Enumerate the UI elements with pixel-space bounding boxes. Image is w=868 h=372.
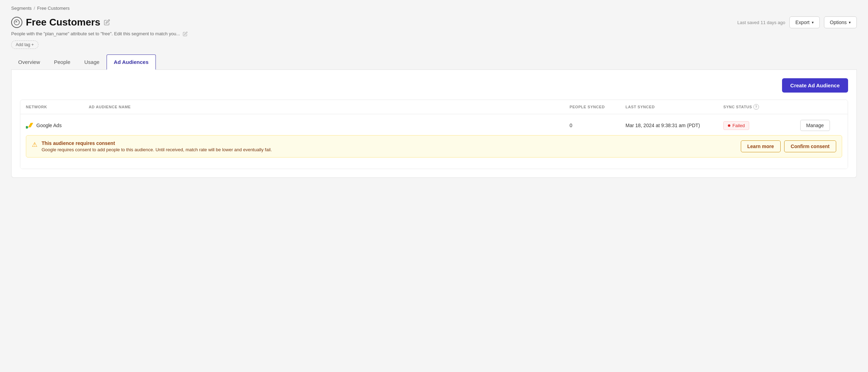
consent-banner: ⚠ This audience requires consent Google …	[26, 135, 842, 158]
col-last-synced: LAST SYNCED	[625, 104, 723, 110]
col-ad-audience-name: AD AUDIENCE NAME	[89, 104, 570, 110]
learn-more-button[interactable]: Learn more	[741, 140, 781, 152]
col-sync-status: SYNC STATUS ?	[723, 104, 800, 110]
col-people-synced: PEOPLE SYNCED	[570, 104, 625, 110]
edit-icon[interactable]	[104, 19, 110, 25]
options-button[interactable]: Options ▾	[824, 16, 857, 28]
breadcrumb-separator: /	[34, 6, 35, 11]
header-right: Last saved 11 days ago Export ▾ Options …	[737, 16, 857, 28]
confirm-consent-button[interactable]: Confirm consent	[784, 140, 836, 152]
ad-audiences-table: NETWORK AD AUDIENCE NAME PEOPLE SYNCED L…	[20, 100, 848, 169]
network-name: Google Ads	[36, 123, 62, 128]
cell-network: Google Ads	[26, 122, 89, 129]
consent-banner-inner: This audience requires consent Google re…	[42, 140, 836, 152]
page-header: Free Customers Last saved 11 days ago Ex…	[11, 16, 857, 28]
svg-point-1	[26, 126, 28, 129]
options-chevron-icon: ▾	[849, 20, 851, 25]
tab-ad-audiences[interactable]: Ad Audiences	[107, 54, 156, 70]
sync-status-help-icon[interactable]: ?	[753, 104, 759, 110]
google-ads-icon	[26, 122, 34, 129]
header-left: Free Customers	[11, 17, 110, 28]
export-chevron-icon: ▾	[812, 20, 814, 25]
tab-people[interactable]: People	[47, 54, 78, 70]
segment-icon	[11, 17, 22, 28]
breadcrumb-current: Free Customers	[37, 6, 70, 11]
tab-overview[interactable]: Overview	[11, 54, 47, 70]
row-google-ads: Google Ads 0 Mar 18, 2024 at 9:38:31 am …	[20, 114, 848, 131]
consent-description: Google requires consent to add people to…	[42, 147, 741, 152]
tab-usage[interactable]: Usage	[77, 54, 106, 70]
table-header: NETWORK AD AUDIENCE NAME PEOPLE SYNCED L…	[20, 100, 848, 114]
manage-button[interactable]: Manage	[800, 120, 830, 131]
breadcrumb-parent[interactable]: Segments	[11, 6, 32, 11]
consent-title: This audience requires consent	[42, 140, 741, 146]
cell-action: Manage	[800, 120, 842, 131]
col-network: NETWORK	[26, 104, 89, 110]
cell-people-synced: 0	[570, 123, 625, 128]
create-btn-row: Create Ad Audience	[20, 78, 848, 93]
tabs: Overview People Usage Ad Audiences	[11, 54, 857, 70]
warning-icon: ⚠	[32, 141, 37, 148]
export-button[interactable]: Export ▾	[789, 16, 819, 28]
col-action	[800, 104, 842, 110]
status-dot	[728, 124, 730, 127]
cell-sync-status: Failed	[723, 121, 800, 130]
last-saved: Last saved 11 days ago	[737, 20, 785, 25]
content-area: Create Ad Audience NETWORK AD AUDIENCE N…	[11, 70, 857, 178]
description-edit-icon[interactable]	[183, 31, 188, 36]
consent-actions: Learn more Confirm consent	[741, 140, 836, 152]
status-badge: Failed	[723, 121, 749, 130]
create-ad-audience-button[interactable]: Create Ad Audience	[782, 78, 848, 93]
table-row: Google Ads 0 Mar 18, 2024 at 9:38:31 am …	[20, 114, 848, 169]
breadcrumb: Segments / Free Customers	[11, 6, 857, 11]
add-tag-button[interactable]: Add tag +	[11, 41, 38, 49]
cell-last-synced: Mar 18, 2024 at 9:38:31 am (PDT)	[625, 123, 723, 128]
segment-description: People with the "plan_name" attribute se…	[11, 31, 857, 36]
consent-text-block: This audience requires consent Google re…	[42, 140, 741, 152]
page-title: Free Customers	[26, 17, 100, 28]
